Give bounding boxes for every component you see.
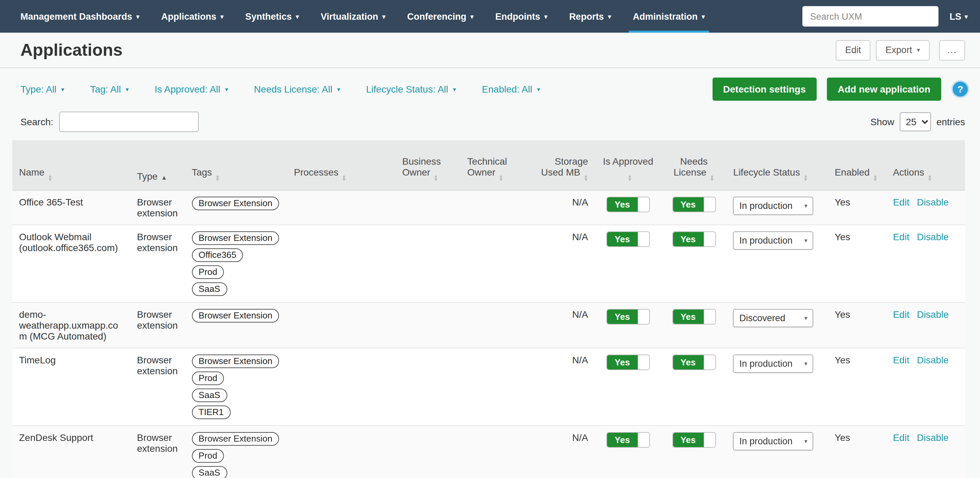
column-label: Actions xyxy=(893,166,924,177)
filter-tag-all[interactable]: Tag: All▾ xyxy=(90,84,129,95)
lifecycle-status-value: In production xyxy=(740,436,792,446)
column-header-actions[interactable]: Actions▲▼ xyxy=(886,140,965,190)
nav-item-management-dashboards[interactable]: Management Dashboards▾ xyxy=(21,0,140,33)
filter-needs-license-all[interactable]: Needs License: All▾ xyxy=(254,84,340,95)
column-header-business-owner[interactable]: Business Owner▲▼ xyxy=(395,140,460,190)
column-header-enabled[interactable]: Enabled▲▼ xyxy=(828,140,886,190)
nav-item-label: Virtualization xyxy=(321,11,378,21)
edit-link[interactable]: Edit xyxy=(893,231,909,242)
storage-used-cell: N/A xyxy=(534,190,595,224)
column-label: Needs License xyxy=(673,156,708,177)
column-header-technical-owner[interactable]: Technical Owner▲▼ xyxy=(460,140,534,190)
more-options-button[interactable]: ... xyxy=(939,40,965,60)
help-icon[interactable]: ? xyxy=(953,82,968,97)
tag-pill-browser-extension: Browser Extension xyxy=(192,308,279,322)
lifecycle-status-select[interactable]: In production▾ xyxy=(733,432,814,450)
filter-label: Is Approved: All xyxy=(154,84,220,95)
edit-button[interactable]: Edit xyxy=(836,40,871,60)
toggle-label: Yes xyxy=(673,355,703,369)
tags-stack: Browser Extension xyxy=(192,308,280,322)
disable-link[interactable]: Disable xyxy=(917,308,948,319)
lifecycle-status-cell: In production▾ xyxy=(727,190,828,224)
enabled-cell: Yes xyxy=(828,224,886,302)
export-button[interactable]: Export ▾ xyxy=(876,40,929,60)
chevron-down-icon: ▾ xyxy=(608,14,611,20)
edit-link[interactable]: Edit xyxy=(893,432,909,443)
is-approved-toggle[interactable]: Yes xyxy=(606,308,650,324)
edit-link[interactable]: Edit xyxy=(893,354,909,365)
lifecycle-status-select[interactable]: Discovered▾ xyxy=(733,308,814,327)
chevron-down-icon: ▾ xyxy=(544,14,547,20)
chevron-down-icon: ▾ xyxy=(804,360,808,367)
uxm-search-input[interactable] xyxy=(802,6,939,27)
processes-cell xyxy=(287,190,395,224)
application-name: TimeLog xyxy=(12,348,130,425)
tag-pill-prod: Prod xyxy=(192,449,224,462)
business-owner-cell xyxy=(395,302,460,348)
column-header-processes[interactable]: Processes▲▼ xyxy=(287,140,395,190)
technical-owner-cell xyxy=(460,425,534,478)
enabled-cell: Yes xyxy=(828,348,886,425)
column-header-tags[interactable]: Tags▲▼ xyxy=(185,140,287,190)
show-label: Show xyxy=(870,116,894,127)
column-header-name[interactable]: Name▲▼ xyxy=(12,140,130,190)
nav-item-conferencing[interactable]: Conferencing▾ xyxy=(407,0,473,33)
disable-link[interactable]: Disable xyxy=(917,231,948,242)
export-label: Export xyxy=(885,45,912,55)
column-header-lifecycle-status[interactable]: Lifecycle Status▲▼ xyxy=(727,140,828,190)
needs-license-toggle[interactable]: Yes xyxy=(672,432,716,447)
filter-is-approved-all[interactable]: Is Approved: All▾ xyxy=(154,84,228,95)
column-header-storage-used-mb[interactable]: Storage Used MB▲▼ xyxy=(534,140,595,190)
filter-lifecycle-status-all[interactable]: Lifecycle Status: All▾ xyxy=(366,84,456,95)
entries-label: entries xyxy=(937,116,965,127)
nav-menu: Management Dashboards▾Applications▾Synth… xyxy=(21,0,705,33)
chevron-down-icon: ▾ xyxy=(804,315,808,321)
needs-license-toggle[interactable]: Yes xyxy=(672,308,716,324)
filter-enabled-all[interactable]: Enabled: All▾ xyxy=(482,84,540,95)
user-menu[interactable]: LS ▾ xyxy=(950,11,968,21)
needs-license-toggle[interactable]: Yes xyxy=(672,354,716,370)
page-size-select[interactable]: 25 xyxy=(900,112,931,131)
sort-icon: ▲▼ xyxy=(803,174,808,181)
add-new-application-button[interactable]: Add new application xyxy=(827,78,941,101)
nav-item-applications[interactable]: Applications▾ xyxy=(161,0,224,33)
sort-icon: ▲▼ xyxy=(627,174,632,181)
application-name: Outlook Webmail (outlook.office365.com) xyxy=(12,224,130,302)
nav-item-administration[interactable]: Administration▾ xyxy=(633,0,705,33)
column-header-needs-license[interactable]: Needs License▲▼ xyxy=(661,140,726,190)
disable-link[interactable]: Disable xyxy=(917,354,948,365)
is-approved-toggle[interactable]: Yes xyxy=(606,432,650,447)
column-label: Name xyxy=(19,166,45,177)
storage-used-cell: N/A xyxy=(534,425,595,478)
detection-settings-button[interactable]: Detection settings xyxy=(712,78,817,101)
tag-pill-prod: Prod xyxy=(192,265,224,279)
filter-type-all[interactable]: Type: All▾ xyxy=(21,84,64,95)
lifecycle-status-select[interactable]: In production▾ xyxy=(733,354,814,373)
lifecycle-status-select[interactable]: In production▾ xyxy=(733,196,814,215)
lifecycle-status-cell: In production▾ xyxy=(727,425,828,478)
is-approved-toggle[interactable]: Yes xyxy=(606,196,650,212)
nav-item-virtualization[interactable]: Virtualization▾ xyxy=(321,0,385,33)
is-approved-toggle[interactable]: Yes xyxy=(606,354,650,370)
lifecycle-status-select[interactable]: In production▾ xyxy=(733,231,814,249)
toggle-label: Yes xyxy=(673,197,703,211)
tag-pill-office365: Office365 xyxy=(192,248,243,262)
application-name: Office 365-Test xyxy=(12,190,130,224)
actions-cell: EditDisable xyxy=(886,348,965,425)
needs-license-toggle[interactable]: Yes xyxy=(672,196,716,212)
nav-item-endpoints[interactable]: Endpoints▾ xyxy=(495,0,547,33)
table-search-input[interactable] xyxy=(60,111,199,132)
sort-icon: ▲▼ xyxy=(434,174,438,181)
column-header-is-approved[interactable]: Is Approved▲▼ xyxy=(595,140,661,190)
disable-link[interactable]: Disable xyxy=(917,432,948,443)
edit-link[interactable]: Edit xyxy=(893,308,909,319)
chevron-down-icon: ▾ xyxy=(917,47,920,53)
needs-license-toggle[interactable]: Yes xyxy=(672,231,716,247)
column-header-type[interactable]: Type▲ xyxy=(130,140,185,190)
is-approved-toggle[interactable]: Yes xyxy=(606,231,650,247)
edit-link[interactable]: Edit xyxy=(893,196,909,207)
nav-item-reports[interactable]: Reports▾ xyxy=(569,0,611,33)
toggle-label: Yes xyxy=(607,432,638,447)
disable-link[interactable]: Disable xyxy=(917,196,948,207)
nav-item-synthetics[interactable]: Synthetics▾ xyxy=(245,0,299,33)
